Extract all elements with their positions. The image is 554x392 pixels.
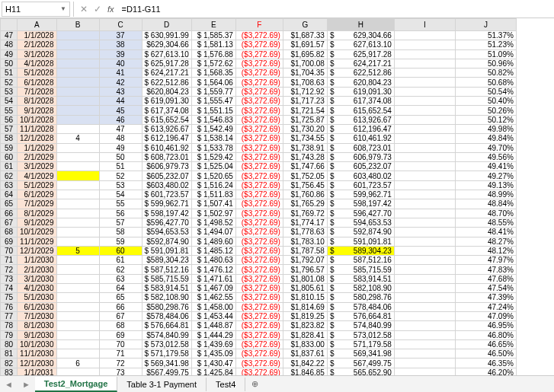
cell[interactable]: $ 1,430.47 [191,359,235,368]
cell[interactable] [394,124,455,133]
cell[interactable]: 47 [99,124,142,133]
cell[interactable]: ($3,272.69) [235,106,283,115]
cell[interactable] [56,152,99,161]
row-header[interactable]: 78 [1,321,18,330]
cell[interactable]: $620,804.23 [327,78,394,87]
cell[interactable] [394,171,455,180]
select-all[interactable] [1,19,18,31]
col-header-B[interactable]: B [56,19,99,31]
row-header[interactable]: 66 [1,209,18,218]
col-header-D[interactable]: D [142,19,191,31]
row-header[interactable]: 51 [1,69,18,78]
col-header-J[interactable]: J [455,19,516,31]
cell[interactable]: $1,712.92 [283,87,327,96]
cell[interactable]: $ 1,471.61 [191,274,235,283]
cell[interactable] [56,209,99,218]
cell[interactable]: ($3,272.69) [235,115,283,124]
cell[interactable]: $ 582,108.90 [142,293,191,302]
col-header-I[interactable]: I [394,19,455,31]
cell[interactable]: 46.80% [455,330,516,339]
cell[interactable]: $619,091.30 [327,87,394,96]
cell[interactable]: 60 [99,246,142,255]
cell[interactable]: 48.12% [455,246,516,255]
cell[interactable]: 58 [99,228,142,237]
row-header[interactable]: 60 [1,152,18,161]
cell[interactable]: $1,747.66 [283,162,327,171]
cell[interactable]: $ 1,489.60 [191,237,235,246]
cell[interactable]: 10/1/2030 [18,339,57,349]
cell[interactable]: $ 569,341.98 [142,359,191,368]
cell[interactable]: $617,374.08 [327,97,394,106]
cell[interactable]: $612,196.47 [327,124,394,133]
cell[interactable]: ($3,272.69) [235,69,283,78]
cell[interactable]: $583,914.51 [327,274,394,283]
cell[interactable]: $ 630,991.99 [142,31,191,40]
cell[interactable]: $ 1,564.06 [191,78,235,87]
cell[interactable]: 49.84% [455,134,516,143]
cell[interactable]: ($3,272.69) [235,143,283,152]
cell[interactable]: 48.84% [455,199,516,209]
cell[interactable]: 6/1/2030 [18,302,57,311]
cell[interactable]: 50.96% [455,59,516,68]
cell[interactable]: $ 1,502.97 [191,209,235,218]
cell[interactable]: $ 1,520.65 [191,171,235,180]
cell[interactable] [56,199,99,209]
row-header[interactable]: 62 [1,171,18,180]
cell[interactable] [394,256,455,265]
cell[interactable]: 1/1/2031 [18,368,57,375]
cell[interactable] [56,349,99,359]
cell[interactable]: $1,774.17 [283,218,327,227]
cell[interactable]: $ 571,179.58 [142,349,191,359]
cell[interactable]: $622,512.86 [327,69,394,78]
cell[interactable] [56,321,99,330]
cell[interactable]: ($3,272.69) [235,87,283,96]
cell[interactable]: 1/1/2028 [18,31,57,40]
cell[interactable] [394,78,455,87]
chevron-down-icon[interactable]: ▼ [60,5,66,12]
cell[interactable]: $567,499.75 [142,368,191,375]
cell[interactable]: 65 [99,293,142,302]
cell[interactable]: 51 [99,162,142,171]
cell[interactable]: $1,769.72 [283,209,327,218]
cell[interactable]: 2/1/2029 [18,152,57,161]
cell[interactable]: ($3,272.69) [235,274,283,283]
cell[interactable]: $ 591,091.81 [142,246,191,255]
cell[interactable]: ($3,272.69) [235,293,283,302]
cell[interactable] [56,311,99,320]
sheet-tab[interactable]: Table 3-1 Payment [117,378,207,391]
cell[interactable] [56,190,99,199]
cell[interactable]: 49.13% [455,180,516,190]
cell[interactable] [56,368,99,375]
cell[interactable] [394,49,455,59]
cell[interactable] [394,106,455,115]
cell[interactable] [394,218,455,227]
cell[interactable]: 50.26% [455,106,516,115]
cell[interactable]: 46.20% [455,368,516,375]
cell[interactable]: $ 583,914.51 [142,284,191,293]
cell[interactable]: $1,778.63 [283,228,327,237]
cell[interactable]: $606,979.73 [327,152,394,161]
cell[interactable]: 4/1/2029 [18,171,57,180]
row-header[interactable]: 50 [1,59,18,68]
cell[interactable]: $608,723.01 [327,143,394,152]
cell[interactable]: 37 [99,31,142,40]
cell[interactable]: $596,427.70 [327,209,394,218]
cell[interactable]: $1,842.22 [283,359,327,368]
cell[interactable]: ($3,272.69) [235,190,283,199]
cell[interactable]: ($3,272.69) [235,349,283,359]
row-header[interactable]: 74 [1,284,18,293]
cell[interactable]: $1,823.82 [283,321,327,330]
cell[interactable]: 63 [99,274,142,283]
row-header[interactable]: 55 [1,106,18,115]
cell[interactable] [56,49,99,59]
cell[interactable] [394,284,455,293]
cell[interactable]: $1,760.86 [283,190,327,199]
cell[interactable]: $594,653.53 [327,218,394,227]
cell[interactable]: $592,874.90 [327,228,394,237]
row-header[interactable]: 75 [1,293,18,302]
cell[interactable]: 57 [99,218,142,227]
cell[interactable]: $578,484.06 [142,311,191,320]
col-header-E[interactable]: E [191,19,235,31]
cell[interactable]: ($3,272.69) [235,330,283,339]
cell[interactable]: 5 [56,246,99,255]
